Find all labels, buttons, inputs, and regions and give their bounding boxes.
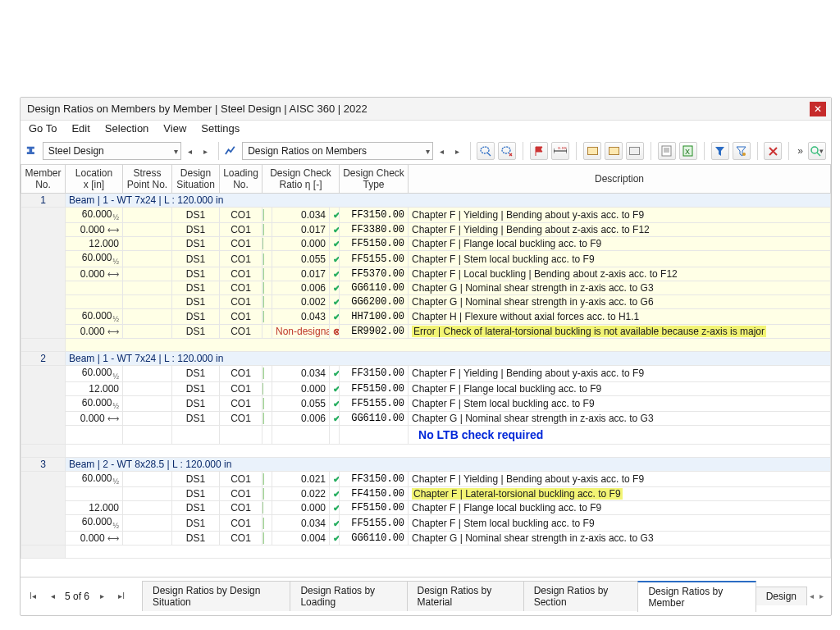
lasso-select-icon[interactable] (477, 142, 495, 160)
stresspoint-cell[interactable] (123, 267, 172, 281)
check-type-cell[interactable]: GG6110.00 (340, 531, 409, 545)
description-cell[interactable]: Chapter F | Flange local buckling acc. t… (409, 237, 831, 251)
design-situation-cell[interactable]: DS1 (172, 366, 220, 381)
ratio-cell[interactable]: 0.034 (272, 515, 330, 531)
dimension-icon[interactable]: x.xx (551, 142, 569, 160)
mode-dropdown[interactable]: Design Ratios on Members ▾ (242, 142, 432, 160)
location-cell[interactable]: 0.000 ⟷ (66, 223, 123, 237)
design-situation-cell[interactable]: DS1 (172, 308, 220, 324)
design-situation-cell[interactable]: DS1 (172, 267, 220, 281)
ratio-cell[interactable]: 0.006 (272, 411, 330, 425)
tab-design-ratios-by-material[interactable]: Design Ratios by Material (407, 581, 524, 611)
loading-cell[interactable]: CO1 (220, 267, 262, 281)
design-situation-cell[interactable]: DS1 (172, 237, 220, 251)
design-situation-cell[interactable]: DS1 (172, 281, 220, 294)
group-1-icon[interactable] (583, 142, 601, 160)
stresspoint-cell[interactable] (123, 515, 172, 531)
loading-cell[interactable]: CO1 (220, 471, 262, 486)
loading-cell[interactable]: CO1 (220, 395, 262, 411)
ratio-cell[interactable]: 0.000 (272, 501, 330, 515)
loading-cell[interactable]: CO1 (220, 223, 262, 237)
loading-cell[interactable]: CO1 (220, 325, 262, 339)
ratio-cell[interactable]: 0.000 (272, 381, 330, 395)
group-2-icon[interactable] (605, 142, 623, 160)
ratio-cell[interactable]: 0.004 (272, 531, 330, 545)
mode-prev[interactable]: ◂ (436, 142, 449, 160)
tab-scroll-right[interactable]: ▸ (816, 591, 826, 600)
pager-first[interactable]: I◂ (25, 589, 40, 604)
description-cell[interactable]: Chapter F | Stem local buckling acc. to … (409, 395, 831, 411)
mode-next[interactable]: ▸ (451, 142, 463, 160)
location-cell[interactable]: 0.000 ⟷ (66, 411, 123, 425)
location-cell[interactable]: 60.000½ (66, 208, 123, 223)
location-cell[interactable]: 60.000½ (66, 308, 123, 324)
ratio-cell[interactable]: 0.000 (272, 237, 330, 251)
lasso-clear-icon[interactable] (498, 142, 516, 160)
description-cell[interactable]: Chapter F | Stem local buckling acc. to … (409, 515, 831, 531)
loading-cell[interactable]: CO1 (220, 237, 262, 251)
location-cell[interactable] (66, 294, 123, 308)
tab-design-ratios-by-loading[interactable]: Design Ratios by Loading (290, 581, 407, 611)
stresspoint-cell[interactable] (123, 395, 172, 411)
close-button[interactable]: ✕ (810, 102, 826, 116)
find-icon[interactable]: ▾ (808, 142, 826, 160)
check-type-cell[interactable]: FF3380.00 (340, 223, 409, 237)
location-cell[interactable] (66, 487, 123, 501)
loading-cell[interactable]: CO1 (220, 281, 262, 294)
ratio-cell[interactable]: 0.055 (272, 395, 330, 411)
stresspoint-cell[interactable] (123, 294, 172, 308)
design-situation-cell[interactable]: DS1 (172, 531, 220, 545)
location-cell[interactable]: 0.000 ⟷ (66, 325, 123, 339)
loading-cell[interactable]: CO1 (220, 501, 262, 515)
description-cell[interactable]: Chapter F | Flange local buckling acc. t… (409, 381, 831, 395)
nav-next[interactable]: ▸ (199, 142, 212, 160)
menu-settings[interactable]: Settings (201, 122, 240, 135)
check-type-cell[interactable]: FF5150.00 (340, 501, 409, 515)
check-type-cell[interactable]: ER9902.00 (340, 325, 409, 339)
pager-next[interactable]: ▸ (94, 589, 109, 604)
stresspoint-cell[interactable] (123, 487, 172, 501)
group-label[interactable]: Beam | 1 - WT 7x24 | L : 120.000 in (66, 194, 831, 208)
description-cell[interactable]: Chapter F | Lateral-torsional buckling a… (409, 487, 831, 501)
filter-edit-icon[interactable] (733, 142, 751, 160)
location-cell[interactable]: 0.000 ⟷ (66, 267, 123, 281)
location-cell[interactable]: 12.000 (66, 237, 123, 251)
design-situation-cell[interactable]: DS1 (172, 223, 220, 237)
description-cell[interactable]: Chapter F | Yielding | Bending about y-a… (409, 471, 831, 486)
toolbar-more[interactable]: » (796, 145, 805, 157)
ratio-cell[interactable]: 0.017 (272, 223, 330, 237)
description-cell[interactable]: Chapter G | Nominal shear strength in z-… (409, 281, 831, 294)
description-cell[interactable]: Chapter F | Flange local buckling acc. t… (409, 501, 831, 515)
location-cell[interactable]: 60.000½ (66, 471, 123, 486)
design-situation-cell[interactable]: DS1 (172, 325, 220, 339)
group-3-icon[interactable] (626, 142, 644, 160)
ratio-cell[interactable]: 0.002 (272, 294, 330, 308)
check-type-cell[interactable]: FF5150.00 (340, 237, 409, 251)
check-type-cell[interactable]: FF4150.00 (340, 487, 409, 501)
stresspoint-cell[interactable] (123, 501, 172, 515)
check-type-cell[interactable]: GG6200.00 (340, 294, 409, 308)
ratio-cell[interactable]: 0.022 (272, 487, 330, 501)
menu-edit[interactable]: Edit (71, 122, 89, 135)
loading-cell[interactable]: CO1 (220, 294, 262, 308)
description-cell[interactable]: Chapter F | Stem local buckling acc. to … (409, 251, 831, 267)
check-type-cell[interactable]: FF5370.00 (340, 267, 409, 281)
ratio-cell[interactable]: 0.006 (272, 281, 330, 294)
tab-design-ratios-by-section[interactable]: Design Ratios by Section (523, 581, 639, 611)
design-situation-cell[interactable]: DS1 (172, 208, 220, 223)
flag-icon[interactable] (530, 142, 548, 160)
check-type-cell[interactable]: FF5155.00 (340, 395, 409, 411)
tab-design-ratios-by-member[interactable]: Design Ratios by Member (637, 581, 756, 612)
loading-cell[interactable]: CO1 (220, 208, 262, 223)
description-cell[interactable]: Chapter G | Nominal shear strength in y-… (409, 294, 831, 308)
location-cell[interactable]: 60.000½ (66, 395, 123, 411)
stresspoint-cell[interactable] (123, 381, 172, 395)
check-type-cell[interactable]: FF5155.00 (340, 251, 409, 267)
stresspoint-cell[interactable] (123, 531, 172, 545)
menu-selection[interactable]: Selection (105, 122, 148, 135)
stresspoint-cell[interactable] (123, 411, 172, 425)
export-excel-icon[interactable]: X (679, 142, 697, 160)
design-situation-cell[interactable]: DS1 (172, 395, 220, 411)
location-cell[interactable]: 12.000 (66, 381, 123, 395)
stresspoint-cell[interactable] (123, 251, 172, 267)
